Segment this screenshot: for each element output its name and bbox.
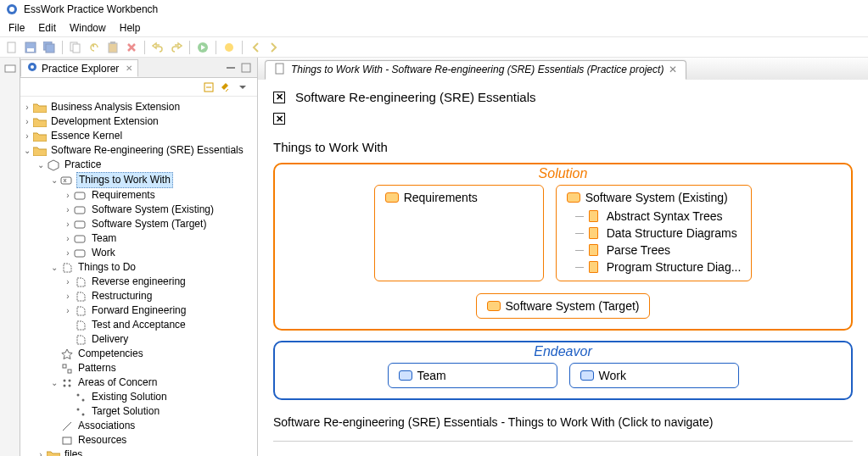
pattern-icon [60, 362, 74, 375]
tree-item-restructuring[interactable]: ›Restructuring [63, 289, 255, 303]
gutter-restore-icon[interactable] [3, 61, 18, 76]
tree-item-work[interactable]: ›Work [63, 246, 255, 260]
menu-file[interactable]: File [2, 20, 31, 36]
collapse-section-icon[interactable]: ✕ [273, 113, 285, 125]
tool-copy[interactable] [67, 39, 84, 56]
tree-item-requirements[interactable]: ›Requirements [63, 188, 255, 203]
svg-point-28 [64, 379, 66, 381]
tree-item-things-to-do[interactable]: ⌄Things to Do [49, 260, 255, 275]
card-team[interactable]: Team [388, 363, 557, 388]
svg-rect-2 [8, 42, 15, 53]
concern-item-icon [74, 391, 87, 404]
nav-line[interactable]: Software Re-engineering (SRE) Essentials… [273, 415, 853, 429]
tree-item-team[interactable]: ›Team [63, 231, 255, 246]
alpha-icon [74, 203, 87, 217]
card-requirements[interactable]: Requirements [374, 185, 544, 281]
tree-item-associations[interactable]: Associations [49, 419, 255, 433]
svg-rect-20 [61, 177, 71, 184]
tool-redo[interactable] [168, 39, 185, 56]
tool-paste[interactable] [104, 39, 121, 56]
sub-ast[interactable]: Abstract Syntax Trees [575, 208, 742, 225]
svg-point-33 [82, 398, 85, 401]
collapse-section-icon[interactable]: ✕ [273, 92, 285, 103]
card-ss-existing[interactable]: Software System (Existing) Abstract Synt… [556, 185, 753, 281]
window-title: EssWork Practice Workbench [24, 3, 158, 15]
close-icon[interactable]: ✕ [126, 64, 132, 73]
activity-icon [74, 275, 87, 289]
alpha-icon [385, 192, 399, 203]
tree-item-files[interactable]: ›files [36, 448, 255, 456]
tool-new[interactable] [3, 39, 20, 56]
tree-item-business-analysis[interactable]: ›Business Analysis Extension [22, 100, 255, 114]
svg-point-31 [69, 384, 71, 386]
alpha-icon [567, 192, 580, 203]
collapse-all-icon[interactable] [203, 81, 215, 93]
svg-rect-27 [68, 370, 71, 373]
card-ss-target[interactable]: Software System (Target) [476, 293, 651, 319]
svg-point-15 [31, 65, 34, 69]
tree-item-competencies[interactable]: Competencies [49, 347, 255, 361]
svg-rect-21 [75, 192, 85, 199]
folder-icon [33, 115, 47, 129]
tool-delete[interactable] [123, 39, 140, 56]
concern-solution: Solution Requirements Software System (E… [273, 163, 853, 331]
menu-bar: File Edit Window Help [0, 19, 868, 37]
card-work[interactable]: Work [569, 363, 739, 388]
svg-rect-37 [276, 64, 283, 74]
maximize-icon[interactable] [240, 62, 252, 74]
tree-item-forward-eng[interactable]: ›Forward Engineering [63, 303, 255, 318]
work-product-icon [589, 210, 598, 222]
alpha-group-icon [60, 174, 74, 187]
link-editor-icon[interactable] [220, 81, 232, 93]
tree-item-reverse-eng[interactable]: ›Reverse engineering [63, 275, 255, 289]
menu-edit[interactable]: Edit [31, 20, 63, 36]
svg-rect-25 [75, 250, 85, 257]
tree-item-patterns[interactable]: Patterns [49, 361, 255, 375]
sub-pt[interactable]: Parse Trees [575, 242, 742, 259]
tree-item-ss-target[interactable]: ›Software System (Target) [63, 217, 255, 231]
tree-item-essence-kernel[interactable]: ›Essence Kernel [22, 129, 255, 143]
alpha-icon [399, 370, 412, 381]
sub-dsd[interactable]: Data Structure Diagrams [575, 225, 742, 242]
tree-item-existing-solution[interactable]: Existing Solution [63, 390, 255, 404]
folder-icon [33, 101, 47, 114]
tree-item-dev-extension[interactable]: ›Development Extension [22, 114, 255, 129]
tree-item-ss-existing[interactable]: ›Software System (Existing) [63, 203, 255, 217]
editor-tabs: Things to Work With - Software Re-engine… [258, 58, 868, 80]
menu-window[interactable]: Window [63, 20, 113, 36]
tool-debug[interactable] [221, 39, 238, 56]
view-menu-icon[interactable] [237, 81, 249, 93]
tool-save[interactable] [22, 39, 39, 56]
tool-undo[interactable] [86, 39, 103, 56]
star-icon [60, 348, 74, 361]
editor-content: ✕ Software Re-engineering (SRE) Essentia… [258, 80, 868, 456]
resources-icon [60, 434, 74, 448]
tool-save-all[interactable] [41, 39, 58, 56]
activity-icon [74, 333, 87, 347]
editor-tab-active[interactable]: Things to Work With - Software Re-engine… [265, 60, 686, 80]
close-icon[interactable]: ✕ [669, 64, 677, 75]
tree-item-sre[interactable]: ⌄Software Re-engineering (SRE) Essential… [22, 143, 255, 158]
tree-item-areas-of-concern[interactable]: ⌄Areas of Concern [49, 375, 255, 390]
concern-endeavor: Endeavor Team Work [273, 341, 853, 400]
tree-item-test-accept[interactable]: Test and Acceptance [63, 318, 255, 332]
tree-item-delivery[interactable]: Delivery [63, 332, 255, 347]
tree-item-target-solution[interactable]: Target Solution [63, 404, 255, 419]
left-gutter [0, 58, 20, 456]
tool-forward[interactable] [266, 39, 283, 56]
work-product-icon [589, 244, 598, 256]
activity-icon [74, 319, 87, 332]
section-title: Things to Work With [273, 140, 853, 154]
tool-run[interactable] [194, 39, 211, 56]
tool-back[interactable] [247, 39, 264, 56]
minimize-icon[interactable] [225, 62, 237, 74]
tab-practice-explorer[interactable]: Practice Explorer ✕ [20, 59, 138, 77]
svg-rect-9 [109, 43, 117, 53]
tree-item-things-to-work-with[interactable]: ⌄Things to Work With [49, 172, 255, 188]
explorer-icon [26, 61, 38, 75]
tool-undo2[interactable] [149, 39, 166, 56]
tree-item-practice[interactable]: ⌄Practice [36, 158, 255, 172]
menu-help[interactable]: Help [113, 20, 148, 36]
sub-psd[interactable]: Program Structure Diag... [575, 259, 742, 275]
tree-item-resources[interactable]: Resources [49, 433, 255, 448]
